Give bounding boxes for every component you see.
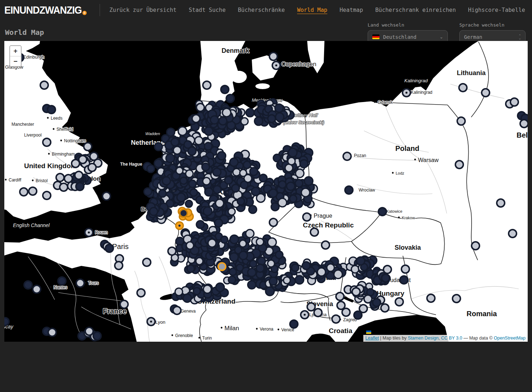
svg-text:Birmingham: Birmingham (52, 152, 75, 157)
svg-text:Bristol: Bristol (36, 178, 47, 183)
svg-text:Warsaw: Warsaw (418, 157, 439, 163)
app-header: EINUNDZWANZIG ₿ Zurück zur Übersicht Sta… (0, 0, 532, 17)
nav-item-uebersicht[interactable]: Zurück zur Übersicht (109, 7, 177, 13)
svg-text:Pozan: Pozan (354, 153, 366, 158)
svg-text:Cardiff: Cardiff (9, 177, 22, 183)
language-select-group: Sprache wechseln German ⌃⌄ (459, 22, 526, 43)
main-nav: Zurück zur Übersicht Stadt Suche Büchers… (109, 7, 525, 13)
nav-item-highscore[interactable]: Highscore-Tabelle (468, 7, 525, 13)
svg-text:Milan: Milan (224, 325, 239, 332)
chevron-updown-icon: ⌃⌄ (519, 34, 521, 40)
language-select-label: Sprache wechseln (459, 22, 526, 28)
svg-text:Denmark: Denmark (222, 47, 250, 54)
svg-text:Geneva: Geneva (181, 309, 196, 314)
nav-item-buecherschraenke[interactable]: Bücherschränke (238, 7, 285, 13)
svg-text:Verona: Verona (260, 327, 273, 332)
svg-text:Nantes: Nantes (54, 285, 67, 290)
svg-text:Katowice: Katowice (386, 209, 403, 213)
svg-text:Sheffield: Sheffield (56, 127, 73, 132)
svg-text:Kaliningrad: Kaliningrad (411, 90, 432, 95)
map-attribution: Leaflet | Map tiles by Stamen Design, CC… (363, 335, 528, 342)
nav-item-einreichen[interactable]: Bücherschrank einreichen (375, 7, 456, 13)
svg-text:Paris: Paris (112, 243, 129, 250)
svg-text:Czech Republic: Czech Republic (303, 221, 354, 229)
svg-text:Turin: Turin (202, 336, 212, 341)
header-controls: Land wechseln Deutschland ⌄ Sprache wech… (368, 22, 526, 43)
svg-text:Rouen: Rouen (95, 230, 108, 235)
map-canvas: DenmarkLithuaniaPolandBelarusUnited King… (4, 41, 528, 342)
svg-text:Lodz: Lodz (396, 171, 404, 175)
svg-text:Slovakia: Slovakia (395, 244, 421, 251)
svg-text:Manchester: Manchester (12, 122, 34, 127)
svg-text:The Hague: The Hague (120, 162, 142, 167)
svg-text:Edinburgh: Edinburgh (23, 54, 44, 60)
chevron-down-icon: ⌄ (440, 34, 443, 40)
osm-link[interactable]: OpenStreetMap (494, 336, 526, 341)
logo-text: EINUNDZWANZIG (4, 4, 82, 16)
svg-text:Leeds: Leeds (51, 116, 63, 121)
cc-link[interactable]: CC BY 3.0 (441, 336, 462, 341)
svg-text:Liverpool: Liverpool (24, 133, 42, 138)
country-select-label: Land wechseln (368, 22, 448, 28)
svg-text:United Kingdom: United Kingdom (24, 162, 77, 170)
einundzwanzig-logo[interactable]: EINUNDZWANZIG ₿ (4, 5, 87, 16)
country-select-value: Deutschland (383, 34, 417, 40)
svg-text:Gdansk: Gdansk (378, 100, 393, 105)
nav-item-stadt-suche[interactable]: Stadt Suche (189, 7, 226, 13)
svg-text:Poland: Poland (395, 144, 419, 152)
attribution-separator: | (379, 336, 382, 341)
svg-text:Wroclaw: Wroclaw (359, 188, 375, 193)
country-select-group: Land wechseln Deutschland ⌄ (368, 22, 448, 43)
stamen-link[interactable]: Stamen Design (408, 336, 438, 341)
svg-text:Lithuania: Lithuania (457, 69, 486, 77)
svg-text:Grenoble: Grenoble (175, 333, 193, 338)
nav-item-heatmap[interactable]: Heatmap (340, 7, 363, 13)
svg-text:Tours: Tours (88, 281, 99, 286)
zoom-control: + − (9, 45, 22, 67)
svg-text:Kaliningrad: Kaliningrad (404, 78, 428, 83)
nav-item-world-map[interactable]: World Map (297, 7, 327, 13)
svg-text:Copenhagen: Copenhagen (281, 61, 316, 68)
svg-text:Belarus: Belarus (517, 131, 528, 139)
svg-text:Croatia: Croatia (329, 327, 353, 335)
zoom-in-button[interactable]: + (10, 46, 21, 56)
svg-text:Wadden: Wadden (145, 132, 160, 136)
ukraine-flag-icon (366, 331, 371, 334)
svg-text:Romania: Romania (467, 310, 497, 318)
attribution-mapdata-text: — Map data © (462, 336, 494, 341)
header-divider (100, 4, 100, 16)
svg-text:Nottingham: Nottingham (64, 138, 86, 143)
bitcoin-icon: ₿ (82, 11, 87, 15)
leaflet-link[interactable]: Leaflet (365, 336, 379, 341)
svg-text:English Channel: English Channel (13, 222, 50, 228)
attribution-tiles-text: Map tiles by (383, 336, 408, 341)
language-select-value: German (464, 34, 482, 40)
svg-text:Lyon: Lyon (155, 319, 165, 325)
zoom-out-button[interactable]: − (10, 56, 21, 66)
svg-text:Prague: Prague (314, 213, 332, 219)
svg-text:(Zalew Szczecinski): (Zalew Szczecinski) (283, 120, 324, 125)
germany-flag-icon (372, 34, 379, 39)
svg-text:Krakow: Krakow (402, 216, 415, 220)
world-map[interactable]: DenmarkLithuaniaPolandBelarusUnited King… (4, 41, 528, 342)
